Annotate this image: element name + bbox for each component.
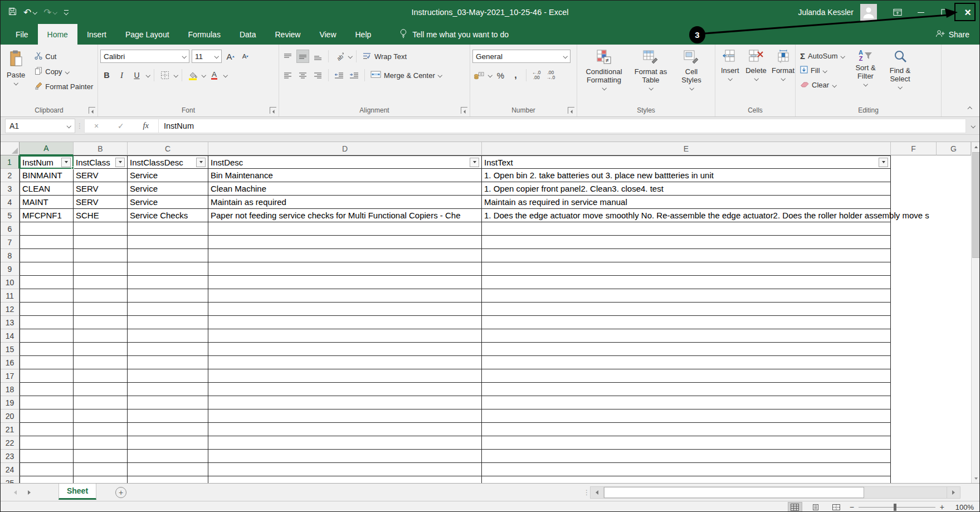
cell-B16[interactable]	[74, 356, 128, 369]
share-button[interactable]: Share	[935, 24, 969, 45]
percent-style-button[interactable]: %	[494, 69, 507, 82]
cell-E11[interactable]	[482, 289, 891, 303]
cell-G20[interactable]	[937, 409, 971, 423]
chevron-down-icon[interactable]	[214, 55, 218, 58]
cell-E2[interactable]: 1. Open bin 2. take batteries out 3. pla…	[482, 169, 891, 182]
cell-A6[interactable]	[19, 222, 74, 236]
cell-C6[interactable]	[128, 222, 208, 236]
row-header-22[interactable]: 22	[1, 436, 19, 450]
insert-function-icon[interactable]: fx	[143, 121, 149, 130]
cell-C21[interactable]	[128, 423, 208, 436]
cell-F19[interactable]	[891, 396, 937, 409]
name-box[interactable]: A1	[5, 119, 75, 133]
cell-F8[interactable]	[891, 249, 937, 262]
cell-D22[interactable]	[208, 436, 482, 450]
cell-E25[interactable]	[482, 476, 891, 483]
cell-G4[interactable]	[937, 196, 971, 209]
avatar[interactable]	[860, 4, 877, 21]
conditional-formatting-dropdown-icon[interactable]	[602, 86, 606, 90]
cell-E7[interactable]	[482, 236, 891, 249]
cell-F7[interactable]	[891, 236, 937, 249]
cell-G22[interactable]	[937, 436, 971, 450]
cell-C9[interactable]	[128, 262, 208, 276]
row-header-25[interactable]: 25	[1, 476, 19, 483]
zoom-slider-thumb[interactable]	[894, 504, 896, 511]
close-button[interactable]: ×	[956, 1, 979, 24]
cell-G25[interactable]	[937, 476, 971, 483]
cell-E15[interactable]	[482, 343, 891, 356]
cell-G16[interactable]	[937, 356, 971, 369]
insert-cells-button[interactable]: Insert	[718, 48, 743, 104]
middle-align-button[interactable]	[296, 50, 309, 63]
vertical-scrollbar-thumb[interactable]	[972, 152, 980, 258]
cell-F1[interactable]	[891, 155, 937, 169]
orientation-dropdown-icon[interactable]	[348, 55, 352, 58]
next-sheet-button[interactable]	[28, 490, 31, 495]
chevron-down-icon[interactable]	[182, 55, 186, 58]
tell-me-box[interactable]: Tell me what you want to do	[399, 24, 509, 45]
cell-D11[interactable]	[208, 289, 482, 303]
undo-button[interactable]: ↶	[23, 7, 37, 18]
cancel-icon[interactable]: ×	[94, 121, 99, 130]
cell-C7[interactable]	[128, 236, 208, 249]
tab-page-layout[interactable]: Page Layout	[116, 24, 179, 45]
insert-dropdown-icon[interactable]	[728, 76, 732, 80]
row-header-4[interactable]: 4	[1, 196, 19, 209]
row-header-21[interactable]: 21	[1, 423, 19, 436]
cell-D10[interactable]	[208, 276, 482, 289]
tab-view[interactable]: View	[310, 24, 345, 45]
align-center-button[interactable]	[296, 69, 309, 82]
normal-view-button[interactable]	[788, 502, 802, 512]
increase-decimal-button[interactable]: ←.0.00	[530, 70, 543, 80]
cell-E4[interactable]: Maintain as required in service manual	[482, 196, 891, 209]
cell-B15[interactable]	[74, 343, 128, 356]
cell-G10[interactable]	[937, 276, 971, 289]
font-color-dropdown-icon[interactable]	[223, 74, 227, 77]
font-color-button[interactable]: A	[208, 69, 221, 82]
row-header-12[interactable]: 12	[1, 303, 19, 316]
cell-C19[interactable]	[128, 396, 208, 409]
cell-E21[interactable]	[482, 423, 891, 436]
cell-A14[interactable]	[19, 329, 74, 343]
cell-G23[interactable]	[937, 450, 971, 463]
wrap-text-button[interactable]: Wrap Text	[360, 49, 408, 64]
column-header-a[interactable]: A	[19, 142, 74, 155]
new-sheet-button[interactable]: +	[115, 487, 126, 498]
formula-bar-grip[interactable]: ⋮	[75, 122, 84, 130]
cell-C22[interactable]	[128, 436, 208, 450]
save-button[interactable]	[8, 7, 17, 18]
cell-B7[interactable]	[74, 236, 128, 249]
merge-center-dropdown-icon[interactable]	[438, 74, 442, 77]
format-painter-button[interactable]: Format Painter	[32, 80, 95, 94]
cell-A7[interactable]	[19, 236, 74, 249]
cell-C17[interactable]	[128, 369, 208, 383]
cell-A16[interactable]	[19, 356, 74, 369]
cell-E20[interactable]	[482, 409, 891, 423]
row-header-15[interactable]: 15	[1, 343, 19, 356]
tab-help[interactable]: Help	[346, 24, 381, 45]
cell-F21[interactable]	[891, 423, 937, 436]
row-header-18[interactable]: 18	[1, 383, 19, 396]
row-header-7[interactable]: 7	[1, 236, 19, 249]
cell-A5[interactable]: MFCPNF1	[19, 209, 74, 222]
cell-D4[interactable]: Maintain as required	[208, 196, 482, 209]
cell-B19[interactable]	[74, 396, 128, 409]
comma-style-button[interactable]: ,	[509, 69, 522, 82]
cell-A24[interactable]	[19, 463, 74, 476]
cell-C20[interactable]	[128, 409, 208, 423]
redo-dropdown-icon[interactable]	[53, 11, 57, 14]
sort-filter-button[interactable]: AZ Sort & Filter	[850, 48, 882, 104]
cell-F18[interactable]	[891, 383, 937, 396]
copy-dropdown-icon[interactable]	[65, 70, 70, 74]
cell-G5[interactable]	[937, 209, 971, 222]
delete-cells-button[interactable]: Delete	[744, 48, 769, 104]
cell-B18[interactable]	[74, 383, 128, 396]
row-header-13[interactable]: 13	[1, 316, 19, 329]
cell-D9[interactable]	[208, 262, 482, 276]
name-box-dropdown-icon[interactable]	[66, 124, 71, 128]
cell-C4[interactable]: Service	[128, 196, 208, 209]
cell-G19[interactable]	[937, 396, 971, 409]
scroll-down-button[interactable]	[972, 474, 980, 483]
zoom-in-button[interactable]: +	[940, 503, 944, 511]
cell-E23[interactable]	[482, 450, 891, 463]
